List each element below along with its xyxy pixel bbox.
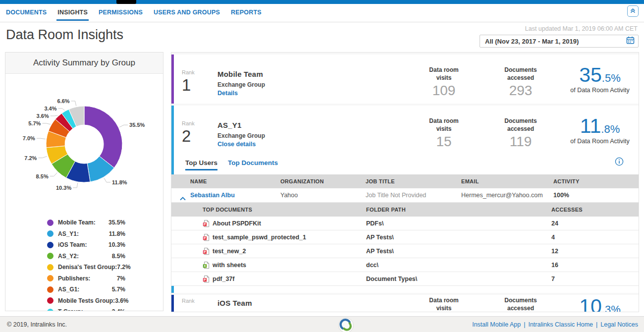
collapse-header-button[interactable] — [627, 5, 639, 17]
documents-accessed-stat: Documents accessed 293 — [493, 66, 548, 99]
data-room-visits-stat: Data room visits 109 — [417, 66, 471, 99]
nav-item-reports[interactable]: REPORTS — [231, 4, 262, 22]
donut-slice-label: 35.5% — [129, 122, 145, 128]
detail-tabs: Top Users Top Documents — [171, 154, 639, 174]
column-header-job-title[interactable]: JOB TITLE — [366, 178, 395, 184]
legend-value: 3.6% — [115, 297, 128, 304]
document-row: Xwith sheetsdcc\16 — [171, 258, 639, 272]
svg-text:P: P — [204, 277, 206, 281]
footer-separator: | — [524, 321, 525, 328]
accesses-count: 16 — [551, 262, 558, 269]
pdf-file-icon: P — [203, 233, 210, 241]
footer-separator: | — [596, 321, 597, 328]
user-row: Sebastian Albu Yahoo Job Title Not Provi… — [171, 188, 639, 203]
legend-color-dot — [47, 297, 54, 304]
rank-accent-bar — [171, 295, 174, 312]
intralinks-logo — [338, 317, 354, 332]
calendar-icon — [626, 36, 635, 46]
nav-item-permissions[interactable]: PERMISSIONS — [99, 4, 143, 22]
tab-top-users[interactable]: Top Users — [185, 159, 217, 166]
column-header-top-documents[interactable]: TOP DOCUMENTS — [203, 207, 252, 213]
donut-slice-label: 7.2% — [24, 155, 37, 161]
date-range-select[interactable]: All (Nov 23, 2017 - Mar 1, 2019) — [480, 35, 639, 48]
accesses-count: 12 — [551, 248, 558, 255]
legend-color-dot — [47, 253, 54, 259]
nav-item-insights[interactable]: INSIGHTS — [57, 4, 88, 22]
top-users-header-row: NAME ORGANIZATION JOB TITLE EMAIL ACTIVI… — [171, 174, 639, 188]
percent-caption: of Data Room Activity — [563, 138, 637, 145]
double-chevron-up-icon — [630, 7, 636, 16]
group-name: iOS Team — [217, 299, 252, 307]
column-header-name[interactable]: NAME — [190, 178, 207, 184]
column-header-accesses[interactable]: ACCESSES — [551, 207, 583, 213]
activity-summary-panel: Activity Summary by Group 35.5%11.8%10.3… — [5, 52, 163, 311]
nav-item-users-and-groups[interactable]: USERS AND GROUPS — [154, 4, 220, 22]
chart-legend: Mobile Team:35.5%AS_Y1:11.8%iOS Team:10.… — [5, 218, 163, 311]
browser-top-bar — [0, 0, 644, 4]
legend-item: AS_G1:5.7% — [47, 285, 125, 293]
donut-slice-label: 3.4% — [44, 106, 56, 111]
legend-item: Denisa's Test Group:7.2% — [47, 263, 125, 271]
nav-item-documents[interactable]: DOCUMENTS — [6, 4, 47, 22]
stat-label: Data room visits — [424, 117, 464, 133]
document-name[interactable]: Ppdf_37f — [203, 275, 234, 283]
rank-2-section: Rank 2 AS_Y1 Exchange Group Close detail… — [171, 106, 639, 293]
legend-label: Denisa's Test Group: — [58, 264, 117, 271]
legend-color-dot — [47, 264, 54, 271]
legend-color-dot — [47, 309, 54, 312]
legend-label: Publishers: — [58, 275, 117, 282]
user-name-link[interactable]: Sebastian Albu — [190, 192, 235, 199]
folder-path: dcc\ — [366, 262, 378, 269]
document-row: Ptest_new_2AP Tests\12 — [171, 244, 639, 258]
copyright-text: © 2019, Intralinks Inc. — [7, 321, 67, 328]
group-type: Exchange Group — [217, 132, 265, 139]
info-icon[interactable] — [615, 157, 624, 166]
documents-accessed-stat: Documents accessed — [493, 297, 548, 312]
document-row: Ppdf_37fDocument Types\7 — [171, 272, 639, 286]
rank-label: Rank — [182, 298, 195, 304]
details-link[interactable]: Details — [217, 90, 238, 97]
activity-percentage: 11.8% of Data Room Activity — [563, 114, 637, 145]
folder-path: AP Tests\ — [366, 248, 394, 255]
stat-value: 15 — [417, 134, 471, 150]
chevron-up-icon[interactable] — [180, 194, 186, 203]
percent-fraction: .5% — [602, 72, 621, 84]
document-name[interactable]: Ptest_new_2 — [203, 247, 246, 255]
footer-link[interactable]: Legal Notices — [600, 321, 638, 328]
activity-percentage: 10.3% — [563, 295, 637, 312]
pdf-file-icon: P — [203, 275, 210, 283]
pdf-file-icon: P — [203, 247, 210, 255]
column-header-activity[interactable]: ACTIVITY — [553, 178, 580, 184]
group-type: Exchange Group — [217, 81, 265, 88]
stat-value: 109 — [417, 83, 471, 99]
pdf-file-icon: P — [203, 220, 210, 227]
legend-color-dot — [47, 230, 54, 237]
accesses-count: 24 — [551, 220, 558, 227]
column-header-email[interactable]: EMAIL — [461, 178, 479, 184]
document-name[interactable]: Ptest_sample_pswd_protected_1 — [203, 233, 306, 241]
column-header-folder-path[interactable]: FOLDER PATH — [366, 207, 406, 213]
folder-path: Document Types\ — [366, 276, 417, 282]
stat-value: 293 — [493, 83, 548, 99]
column-header-organization[interactable]: ORGANIZATION — [280, 178, 324, 184]
tab-top-documents[interactable]: Top Documents — [228, 159, 278, 166]
page-title: Data Room Insights — [6, 27, 123, 43]
percent-integer: 11 — [580, 114, 601, 137]
legend-item: AS_Y1:11.8% — [47, 230, 125, 238]
documents-accessed-stat: Documents accessed 119 — [493, 117, 548, 150]
footer-link[interactable]: Intralinks Classic Home — [528, 321, 593, 328]
legend-value: 8.5% — [112, 253, 125, 260]
svg-text:P: P — [204, 250, 206, 253]
donut-slice[interactable] — [84, 106, 122, 168]
document-name[interactable]: Xwith sheets — [203, 261, 246, 269]
donut-slice-label: 5.7% — [28, 120, 41, 126]
document-name[interactable]: PAbout PSPDFKit — [203, 220, 261, 227]
folder-path: AP Tests\ — [366, 234, 394, 241]
percent-integer: 10 — [579, 295, 602, 312]
footer-link[interactable]: Install Mobile App — [472, 321, 521, 328]
legend-value: 7.2% — [117, 264, 130, 271]
last-updated-text: Last updated Mar 1, 2019 06:00 AM CET — [525, 25, 638, 32]
date-range-value: All (Nov 23, 2017 - Mar 1, 2019) — [485, 38, 579, 45]
chart-title: Activity Summary by Group — [5, 53, 163, 74]
close-details-link[interactable]: Close details — [217, 141, 256, 148]
